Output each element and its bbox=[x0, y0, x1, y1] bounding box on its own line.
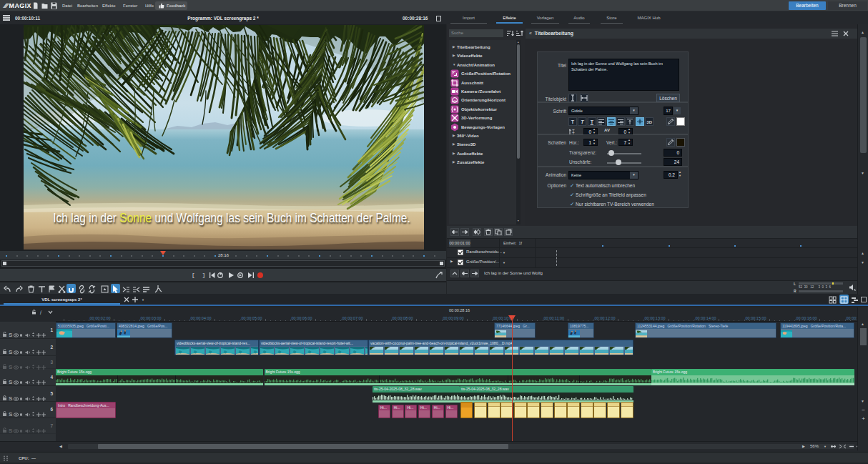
svg-text:S: S bbox=[9, 428, 13, 433]
svg-text:S: S bbox=[9, 349, 13, 355]
svg-text:f: f bbox=[40, 310, 42, 315]
svg-text:S: S bbox=[9, 395, 13, 401]
svg-text:S: S bbox=[9, 411, 13, 417]
svg-text:S: S bbox=[9, 379, 13, 385]
svg-text:S: S bbox=[9, 332, 13, 337]
